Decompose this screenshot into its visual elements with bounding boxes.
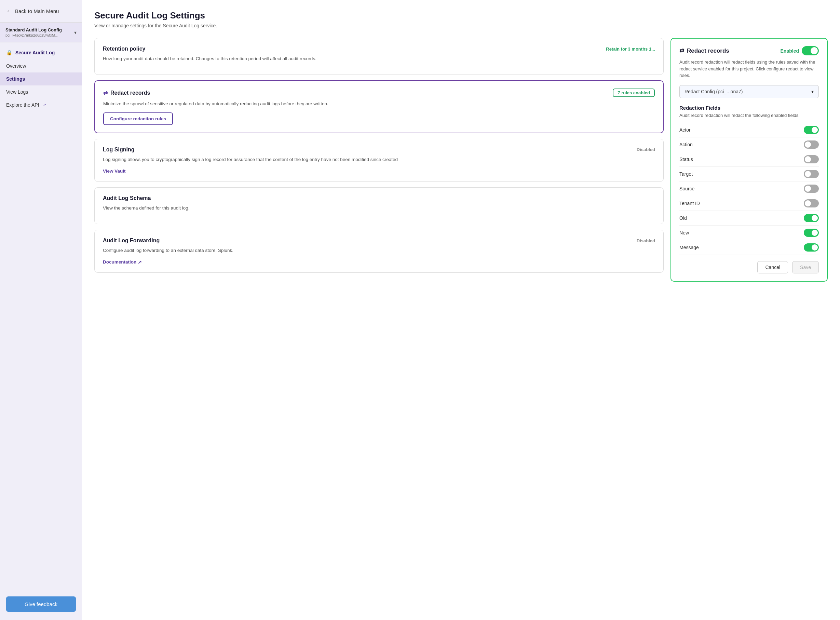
back-label: Back to Main Menu [15,8,59,14]
field-toggle[interactable] [804,185,819,193]
redact-panel-icon: ⇄ [679,47,684,54]
card-header: Retention policy Retain for 3 months 1..… [103,46,655,52]
field-label: Old [679,215,687,221]
redact-config-dropdown[interactable]: Redact Config (pci_...ona7) ▾ [679,85,819,98]
view-vault-link[interactable]: View Vault [103,169,126,174]
sidebar-item-overview-label: Overview [6,63,26,69]
panel-actions: Cancel Save [679,261,819,274]
cards-column: Retention policy Retain for 3 months 1..… [94,38,664,273]
sidebar-nav: 🔒 Secure Audit Log Overview Settings Vie… [0,42,82,115]
audit-log-forwarding-card: Audit Log Forwarding Disabled Configure … [94,230,664,273]
field-row: Message [679,240,819,255]
sidebar-item-explore-api[interactable]: Explore the API ↗ [0,98,82,111]
audit-log-forwarding-description: Configure audit log forwarding to an ext… [103,247,655,254]
redaction-fields-title: Redaction Fields [679,105,819,111]
back-arrow-icon: ← [6,8,12,15]
config-id: pci_k4scvz7mkp2o6pz5fwfx5f... [6,33,62,37]
redact-panel-title: ⇄ Redact records [679,47,729,54]
field-row: Tenant ID [679,196,819,211]
chevron-down-icon: ▾ [74,30,77,35]
enabled-label: Enabled [781,48,799,54]
field-label: Target [679,171,693,177]
redact-panel-status: Enabled [781,46,819,56]
redact-icon: ⇄ [103,90,108,96]
audit-log-schema-card: Audit Log Schema View the schema defined… [94,187,664,224]
field-label: Tenant ID [679,201,700,206]
config-name: Standard Audit Log Config [6,27,62,33]
redaction-fields-description: Audit record redaction will redact the f… [679,113,819,118]
field-toggle[interactable] [804,140,819,149]
config-info: Standard Audit Log Config pci_k4scvz7mkp… [6,27,62,37]
field-label: Actor [679,127,691,132]
field-label: Source [679,186,694,191]
field-toggle[interactable] [804,126,819,134]
cancel-button[interactable]: Cancel [757,261,788,274]
sidebar-item-settings[interactable]: Settings [0,72,82,86]
redact-panel-description: Audit record redaction will redact field… [679,59,819,79]
audit-log-schema-description: View the schema defined for this audit l… [103,205,655,212]
redact-records-card: ⇄ Redact records 7 rules enabled Minimiz… [94,80,664,133]
field-row: Actor [679,123,819,137]
retention-policy-badge: Retain for 3 months 1... [606,47,655,52]
field-row: Action [679,137,819,152]
field-label: Status [679,157,693,162]
field-toggle[interactable] [804,214,819,222]
audit-log-forwarding-title: Audit Log Forwarding [103,238,159,244]
lock-icon: 🔒 [6,50,13,56]
audit-log-schema-header: Audit Log Schema [103,195,655,201]
configure-redaction-rules-button[interactable]: Configure redaction rules [103,113,173,125]
chevron-down-icon: ▾ [811,89,814,94]
sidebar-item-settings-label: Settings [6,76,25,82]
field-toggle[interactable] [804,170,819,178]
redact-records-description: Minimize the sprawl of sensitive or regu… [103,101,655,107]
feedback-button[interactable]: Give feedback [6,596,76,612]
sidebar-item-view-logs[interactable]: View Logs [0,86,82,98]
redact-config-dropdown-label: Redact Config (pci_...ona7) [685,89,742,94]
field-label: New [679,230,689,235]
redact-panel: ⇄ Redact records Enabled Audit record re… [670,38,828,281]
field-label: Message [679,245,699,250]
field-row: Status [679,152,819,167]
redact-master-toggle[interactable] [802,46,819,56]
log-signing-badge: Disabled [637,147,655,152]
log-signing-header: Log Signing Disabled [103,147,655,153]
field-toggle[interactable] [804,155,819,163]
log-signing-card: Log Signing Disabled Log signing allows … [94,139,664,182]
redact-records-title: ⇄ Redact records [103,90,150,96]
documentation-link[interactable]: Documentation ↗ [103,259,142,265]
sidebar-item-label: Secure Audit Log [15,50,55,56]
redact-panel-header: ⇄ Redact records Enabled [679,46,819,56]
log-signing-title: Log Signing [103,147,134,153]
field-toggle[interactable] [804,229,819,237]
sidebar-item-overview[interactable]: Overview [0,59,82,72]
external-link-icon: ↗ [138,259,142,265]
field-row: Target [679,167,819,182]
save-button[interactable]: Save [792,261,819,274]
redact-records-card-header: ⇄ Redact records 7 rules enabled [103,89,655,97]
retention-policy-card: Retention policy Retain for 3 months 1..… [94,38,664,75]
field-toggle[interactable] [804,243,819,251]
sidebar: ← Back to Main Menu Standard Audit Log C… [0,0,82,620]
external-link-icon: ↗ [43,102,46,107]
content-layout: Retention policy Retain for 3 months 1..… [94,38,828,281]
field-row: New [679,226,819,240]
field-toggle[interactable] [804,199,819,208]
field-row: Old [679,211,819,226]
sidebar-item-explore-api-label: Explore the API [6,102,39,108]
retention-policy-title: Retention policy [103,46,145,52]
audit-log-forwarding-header: Audit Log Forwarding Disabled [103,238,655,244]
redact-records-badge: 7 rules enabled [613,89,655,97]
redaction-fields-list: ActorActionStatusTargetSourceTenant IDOl… [679,123,819,255]
main-content: Secure Audit Log Settings View or manage… [82,0,840,620]
sidebar-item-secure-audit-log[interactable]: 🔒 Secure Audit Log [0,46,82,59]
log-signing-description: Log signing allows you to cryptographica… [103,156,655,163]
field-row: Source [679,182,819,196]
page-subtitle: View or manage settings for the Secure A… [94,23,828,29]
audit-log-schema-title: Audit Log Schema [103,195,151,201]
back-to-main-menu[interactable]: ← Back to Main Menu [0,0,82,23]
retention-policy-description: How long your audit data should be retai… [103,56,655,62]
page-title: Secure Audit Log Settings [94,10,828,21]
sidebar-item-view-logs-label: View Logs [6,89,28,95]
audit-log-forwarding-badge: Disabled [637,238,655,243]
config-selector[interactable]: Standard Audit Log Config pci_k4scvz7mkp… [0,23,82,42]
